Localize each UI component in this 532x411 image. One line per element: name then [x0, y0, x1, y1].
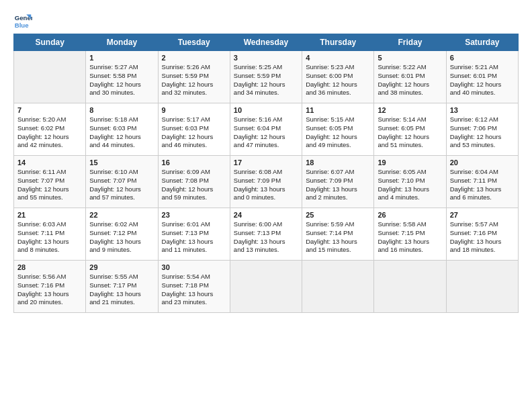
cell-2-2: 8Sunrise: 5:18 AMSunset: 6:03 PMDaylight… — [86, 103, 158, 156]
cell-4-6: 26Sunrise: 5:58 AMSunset: 7:15 PMDayligh… — [374, 208, 446, 261]
header-monday: Monday — [86, 34, 158, 51]
cell-1-4: 3Sunrise: 5:25 AMSunset: 5:59 PMDaylight… — [230, 51, 302, 103]
day-number: 28 — [17, 263, 82, 271]
cell-3-4: 17Sunrise: 6:08 AMSunset: 7:09 PMDayligh… — [230, 156, 302, 208]
day-number: 6 — [450, 54, 515, 62]
cell-content: Sunrise: 5:16 AMSunset: 6:04 PMDaylight:… — [234, 116, 298, 150]
cell-content: Sunrise: 6:03 AMSunset: 7:11 PMDaylight:… — [17, 220, 82, 255]
header-saturday: Saturday — [446, 34, 518, 51]
cell-content: Sunrise: 5:57 AMSunset: 7:16 PMDaylight:… — [450, 220, 515, 255]
cell-content: Sunrise: 5:18 AMSunset: 6:03 PMDaylight:… — [89, 116, 154, 150]
day-number: 17 — [234, 158, 298, 167]
cell-4-7: 27Sunrise: 5:57 AMSunset: 7:16 PMDayligh… — [446, 208, 518, 261]
day-number: 27 — [450, 211, 515, 219]
cell-content: Sunrise: 6:11 AMSunset: 7:07 PMDaylight:… — [17, 168, 82, 202]
day-number: 15 — [89, 158, 154, 167]
cell-3-7: 20Sunrise: 6:04 AMSunset: 7:11 PMDayligh… — [446, 156, 518, 208]
cell-3-6: 19Sunrise: 6:05 AMSunset: 7:10 PMDayligh… — [374, 156, 446, 208]
cell-4-4: 24Sunrise: 6:00 AMSunset: 7:13 PMDayligh… — [230, 208, 302, 261]
cell-content: Sunrise: 5:26 AMSunset: 5:59 PMDaylight:… — [162, 63, 226, 97]
cell-1-6: 5Sunrise: 5:22 AMSunset: 6:01 PMDaylight… — [374, 51, 446, 103]
header-sunday: Sunday — [14, 34, 86, 51]
week-row-3: 14Sunrise: 6:11 AMSunset: 7:07 PMDayligh… — [14, 156, 519, 208]
cell-4-2: 22Sunrise: 6:02 AMSunset: 7:12 PMDayligh… — [86, 208, 158, 261]
header-thursday: Thursday — [302, 34, 374, 51]
day-number: 26 — [378, 211, 442, 219]
cell-3-1: 14Sunrise: 6:11 AMSunset: 7:07 PMDayligh… — [14, 156, 86, 208]
calendar-table: SundayMondayTuesdayWednesdayThursdayFrid… — [13, 34, 519, 313]
header: General Blue — [13, 12, 519, 31]
cell-3-2: 15Sunrise: 6:10 AMSunset: 7:07 PMDayligh… — [86, 156, 158, 208]
day-number: 29 — [89, 263, 154, 271]
cell-content: Sunrise: 5:15 AMSunset: 6:05 PMDaylight:… — [306, 116, 370, 150]
header-wednesday: Wednesday — [230, 34, 302, 51]
day-number: 16 — [162, 158, 226, 167]
day-number: 3 — [234, 54, 298, 62]
day-number: 1 — [89, 54, 154, 62]
cell-2-5: 11Sunrise: 5:15 AMSunset: 6:05 PMDayligh… — [302, 103, 374, 156]
day-number: 7 — [17, 106, 82, 114]
cell-content: Sunrise: 5:17 AMSunset: 6:03 PMDaylight:… — [162, 116, 226, 150]
cell-content: Sunrise: 6:02 AMSunset: 7:12 PMDaylight:… — [89, 220, 154, 255]
cell-content: Sunrise: 5:20 AMSunset: 6:02 PMDaylight:… — [17, 116, 82, 150]
day-number: 22 — [89, 211, 154, 219]
cell-content: Sunrise: 5:14 AMSunset: 6:05 PMDaylight:… — [378, 116, 442, 150]
cell-2-3: 9Sunrise: 5:17 AMSunset: 6:03 PMDaylight… — [158, 103, 230, 156]
cell-content: Sunrise: 6:10 AMSunset: 7:07 PMDaylight:… — [89, 168, 154, 202]
day-number: 18 — [306, 158, 370, 167]
cell-5-5 — [302, 261, 374, 313]
day-number: 30 — [162, 263, 226, 271]
day-number: 25 — [306, 211, 370, 219]
cell-5-3: 30Sunrise: 5:54 AMSunset: 7:18 PMDayligh… — [158, 261, 230, 313]
day-number: 5 — [378, 54, 442, 62]
cell-2-7: 13Sunrise: 6:12 AMSunset: 7:06 PMDayligh… — [446, 103, 518, 156]
page: General Blue SundayMondayTuesdayWednesda… — [0, 0, 532, 320]
day-number: 24 — [234, 211, 298, 219]
day-number: 20 — [450, 158, 515, 167]
cell-content: Sunrise: 5:21 AMSunset: 6:01 PMDaylight:… — [450, 63, 515, 97]
day-number: 19 — [378, 158, 442, 167]
day-number: 21 — [17, 211, 82, 219]
logo-icon: General Blue — [13, 12, 32, 31]
cell-3-3: 16Sunrise: 6:09 AMSunset: 7:08 PMDayligh… — [158, 156, 230, 208]
day-number: 9 — [162, 106, 226, 114]
day-number: 14 — [17, 158, 82, 167]
cell-content: Sunrise: 5:56 AMSunset: 7:16 PMDaylight:… — [17, 273, 82, 307]
cell-content: Sunrise: 5:58 AMSunset: 7:15 PMDaylight:… — [378, 220, 442, 255]
day-number: 4 — [306, 54, 370, 62]
cell-1-7: 6Sunrise: 5:21 AMSunset: 6:01 PMDaylight… — [446, 51, 518, 103]
week-row-4: 21Sunrise: 6:03 AMSunset: 7:11 PMDayligh… — [14, 208, 519, 261]
day-number: 12 — [378, 106, 442, 114]
cell-5-2: 29Sunrise: 5:55 AMSunset: 7:17 PMDayligh… — [86, 261, 158, 313]
day-number: 8 — [89, 106, 154, 114]
cell-content: Sunrise: 5:55 AMSunset: 7:17 PMDaylight:… — [89, 273, 154, 307]
cell-content: Sunrise: 5:22 AMSunset: 6:01 PMDaylight:… — [378, 63, 442, 97]
cell-1-1 — [14, 51, 86, 103]
cell-content: Sunrise: 5:23 AMSunset: 6:00 PMDaylight:… — [306, 63, 370, 97]
cell-2-1: 7Sunrise: 5:20 AMSunset: 6:02 PMDaylight… — [14, 103, 86, 156]
week-row-2: 7Sunrise: 5:20 AMSunset: 6:02 PMDaylight… — [14, 103, 519, 156]
header-row: SundayMondayTuesdayWednesdayThursdayFrid… — [14, 34, 519, 51]
cell-content: Sunrise: 5:25 AMSunset: 5:59 PMDaylight:… — [234, 63, 298, 97]
cell-content: Sunrise: 6:01 AMSunset: 7:13 PMDaylight:… — [162, 220, 226, 255]
header-friday: Friday — [374, 34, 446, 51]
day-number: 2 — [162, 54, 226, 62]
logo: General Blue — [13, 12, 36, 31]
cell-content: Sunrise: 5:59 AMSunset: 7:14 PMDaylight:… — [306, 220, 370, 255]
cell-content: Sunrise: 6:08 AMSunset: 7:09 PMDaylight:… — [234, 168, 298, 202]
week-row-5: 28Sunrise: 5:56 AMSunset: 7:16 PMDayligh… — [14, 261, 519, 313]
day-number: 23 — [162, 211, 226, 219]
cell-content: Sunrise: 5:27 AMSunset: 5:58 PMDaylight:… — [89, 63, 154, 97]
week-row-1: 1Sunrise: 5:27 AMSunset: 5:58 PMDaylight… — [14, 51, 519, 103]
cell-content: Sunrise: 6:04 AMSunset: 7:11 PMDaylight:… — [450, 168, 515, 202]
cell-content: Sunrise: 6:00 AMSunset: 7:13 PMDaylight:… — [234, 220, 298, 255]
day-number: 13 — [450, 106, 515, 114]
cell-1-5: 4Sunrise: 5:23 AMSunset: 6:00 PMDaylight… — [302, 51, 374, 103]
cell-4-5: 25Sunrise: 5:59 AMSunset: 7:14 PMDayligh… — [302, 208, 374, 261]
cell-5-1: 28Sunrise: 5:56 AMSunset: 7:16 PMDayligh… — [14, 261, 86, 313]
cell-content: Sunrise: 6:12 AMSunset: 7:06 PMDaylight:… — [450, 116, 515, 150]
cell-1-3: 2Sunrise: 5:26 AMSunset: 5:59 PMDaylight… — [158, 51, 230, 103]
cell-1-2: 1Sunrise: 5:27 AMSunset: 5:58 PMDaylight… — [86, 51, 158, 103]
svg-text:Blue: Blue — [15, 21, 29, 29]
cell-5-6 — [374, 261, 446, 313]
